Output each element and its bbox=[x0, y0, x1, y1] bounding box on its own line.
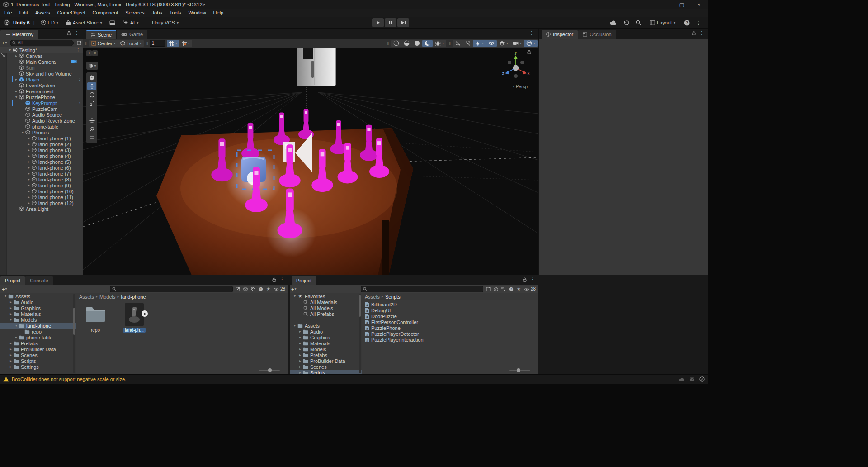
folder-assets[interactable]: ▾Assets bbox=[290, 323, 362, 329]
hierarchy-item-area-light[interactable]: Area Light bbox=[0, 206, 83, 212]
open-new-window-icon[interactable] bbox=[486, 287, 491, 291]
hierarchy-item-canvas[interactable]: ▸Canvas bbox=[0, 53, 83, 59]
tool-handle-rotation-dropdown[interactable]: Local▾ bbox=[118, 40, 144, 47]
package-icon[interactable] bbox=[243, 287, 248, 291]
tree-scrollbar[interactable] bbox=[73, 294, 75, 373]
asset-item-repo[interactable]: repo bbox=[81, 303, 110, 333]
overlay-expand-icon[interactable]: › bbox=[86, 50, 92, 56]
hierarchy-item-eventsystem[interactable]: EventSystem bbox=[0, 82, 83, 88]
expand-arrow[interactable]: ▾ bbox=[292, 294, 297, 298]
hierarchy-item-phones[interactable]: ▾Phones bbox=[0, 129, 83, 135]
collapse-arrow[interactable]: ▸ bbox=[27, 148, 31, 152]
breadcrumb-models[interactable]: Models bbox=[99, 294, 115, 300]
hierarchy-item-puzzlecam[interactable]: PuzzleCam bbox=[0, 106, 83, 112]
toolbar-kebab-icon[interactable]: ⋮ bbox=[696, 20, 701, 26]
hierarchy-item-land-phone-10[interactable]: ▸land-phone (10) bbox=[0, 188, 83, 194]
shading-wireframe-icon[interactable] bbox=[391, 40, 401, 47]
folder-models[interactable]: ▸Models bbox=[290, 346, 362, 352]
grid-size-field[interactable]: 1 bbox=[150, 40, 165, 47]
collapse-arrow[interactable]: ▸ bbox=[9, 359, 13, 363]
panel-kebab-icon[interactable]: ⋮ bbox=[530, 277, 535, 282]
collapse-arrow[interactable]: ▸ bbox=[298, 335, 302, 339]
panel-kebab-icon[interactable]: ⋮ bbox=[280, 277, 284, 282]
package-tray-icon[interactable] bbox=[107, 19, 118, 26]
background-progress-icon[interactable] bbox=[699, 376, 705, 382]
folder-settings[interactable]: ▸Settings bbox=[0, 364, 76, 370]
flares-off-icon[interactable] bbox=[463, 40, 473, 47]
hierarchy-item-audio-reverb-zone[interactable]: Audio Reverb Zone bbox=[0, 118, 83, 124]
pause-button[interactable] bbox=[385, 18, 396, 27]
menu-window[interactable]: Window bbox=[184, 9, 209, 17]
hierarchy-item-land-phone-12[interactable]: ▸land-phone (12) bbox=[0, 200, 83, 206]
overlay-handle[interactable]: ‖ bbox=[83, 41, 88, 46]
breadcrumb[interactable]: Assets▸Scripts bbox=[362, 293, 538, 300]
lock-icon[interactable] bbox=[272, 277, 276, 282]
collapse-arrow[interactable]: ▸ bbox=[298, 329, 302, 334]
project-search-2[interactable] bbox=[361, 286, 483, 292]
orientation-gizmo[interactable]: y x z bbox=[500, 50, 532, 89]
collapse-arrow[interactable]: ▸ bbox=[9, 300, 13, 304]
help-icon[interactable]: ? bbox=[684, 20, 690, 26]
grid-snap-toggle[interactable]: Y ▾ bbox=[167, 40, 179, 47]
tab-console[interactable]: Console bbox=[25, 276, 52, 285]
hierarchy-item-land-phone-11[interactable]: ▸land-phone (11) bbox=[0, 194, 83, 200]
script-item-puzzleplayerdetector[interactable]: #PuzzlePlayerDetector bbox=[362, 331, 538, 337]
lock-icon[interactable] bbox=[523, 277, 527, 282]
collapse-arrow[interactable]: ▸ bbox=[298, 365, 302, 369]
folder-all-prefabs[interactable]: All Prefabs bbox=[290, 311, 362, 317]
play-button[interactable] bbox=[372, 18, 384, 27]
tab-inspector[interactable]: Inspector bbox=[542, 30, 578, 39]
breadcrumb-land-phone[interactable]: land-phone bbox=[121, 294, 146, 300]
tab-scene[interactable]: Scene bbox=[86, 30, 116, 39]
folder-prefabs[interactable]: ▸Prefabs bbox=[0, 340, 76, 346]
folder-repo[interactable]: repo bbox=[0, 329, 76, 334]
favorites-star-icon[interactable]: ★ bbox=[517, 286, 521, 291]
folder-probuilder-data[interactable]: ▸ProBuilder Data bbox=[0, 346, 76, 352]
maximize-button[interactable]: ▢ bbox=[673, 0, 690, 9]
vcs-dropdown[interactable]: Unity VCS▾ bbox=[150, 19, 181, 26]
create-object-button[interactable]: +▾ bbox=[0, 40, 8, 46]
status-warning[interactable]: BoxCollider does not support negative sc… bbox=[0, 376, 126, 382]
scene-visibility-icon[interactable] bbox=[486, 40, 497, 47]
script-item-puzzlephone[interactable]: #PuzzlePhone bbox=[362, 325, 538, 331]
folder-scripts[interactable]: ▸Scripts bbox=[0, 358, 76, 364]
hierarchy-item-testing[interactable]: ▾Testing*⋮ bbox=[0, 47, 83, 53]
tree-scrollbar[interactable] bbox=[359, 294, 361, 373]
breadcrumb-assets[interactable]: Assets bbox=[365, 294, 380, 300]
folder-audio[interactable]: ▸Audio bbox=[0, 299, 76, 305]
hierarchy-item-puzzlephone[interactable]: ▾PuzzlePhone bbox=[0, 94, 83, 100]
collapse-arrow[interactable]: ▸ bbox=[27, 177, 31, 181]
collapse-arrow[interactable]: ▸ bbox=[14, 77, 19, 81]
overlay-handle[interactable]: ‖ bbox=[385, 41, 390, 46]
folder-favorites[interactable]: ▾★Favorites bbox=[290, 293, 362, 299]
scale-tool[interactable] bbox=[87, 100, 96, 107]
folder-all-models[interactable]: All Models bbox=[290, 305, 362, 311]
show-children-chevron[interactable]: › bbox=[79, 77, 80, 82]
expand-arrow[interactable]: ▾ bbox=[292, 324, 297, 328]
rotate-tool[interactable] bbox=[87, 91, 96, 99]
hierarchy-item-land-phone-5[interactable]: ▸land-phone (5) bbox=[0, 159, 83, 165]
cloud-icon[interactable] bbox=[610, 20, 617, 25]
collapse-arrow[interactable]: ▸ bbox=[9, 312, 13, 316]
collapse-arrow[interactable]: ▸ bbox=[14, 54, 19, 58]
minimize-button[interactable]: – bbox=[656, 0, 673, 9]
shading-solid-icon[interactable] bbox=[412, 40, 422, 47]
hierarchy-item-keyprompt[interactable]: KeyPrompt› bbox=[0, 100, 83, 106]
close-button[interactable]: × bbox=[690, 0, 708, 9]
asset-store-dropdown[interactable]: Asset Store▾ bbox=[63, 19, 104, 26]
create-asset-button[interactable]: +▾ bbox=[0, 286, 8, 292]
collapse-arrow[interactable]: ▸ bbox=[9, 353, 13, 357]
asset-item-land-phone[interactable]: land-ph... bbox=[120, 303, 149, 333]
hierarchy-item-player[interactable]: ▸Player› bbox=[0, 76, 83, 82]
hierarchy-item-environment[interactable]: ▸Environment bbox=[0, 88, 83, 94]
folder-materials[interactable]: ▸Materials bbox=[0, 311, 76, 317]
hierarchy-item-sun[interactable]: Sun bbox=[0, 65, 83, 71]
hierarchy-item-land-phone-1[interactable]: ▸land-phone (1) bbox=[0, 135, 83, 141]
collapse-arrow[interactable]: ▸ bbox=[27, 160, 31, 164]
menu-assets[interactable]: Assets bbox=[32, 9, 54, 17]
hierarchy-item-land-phone-6[interactable]: ▸land-phone (6) bbox=[0, 165, 83, 171]
folder-materials[interactable]: ▸Materials bbox=[290, 340, 362, 346]
expand-arrow[interactable]: ▾ bbox=[14, 324, 19, 328]
pick-window-icon[interactable] bbox=[75, 41, 83, 45]
skybox-off-icon[interactable] bbox=[453, 40, 463, 47]
